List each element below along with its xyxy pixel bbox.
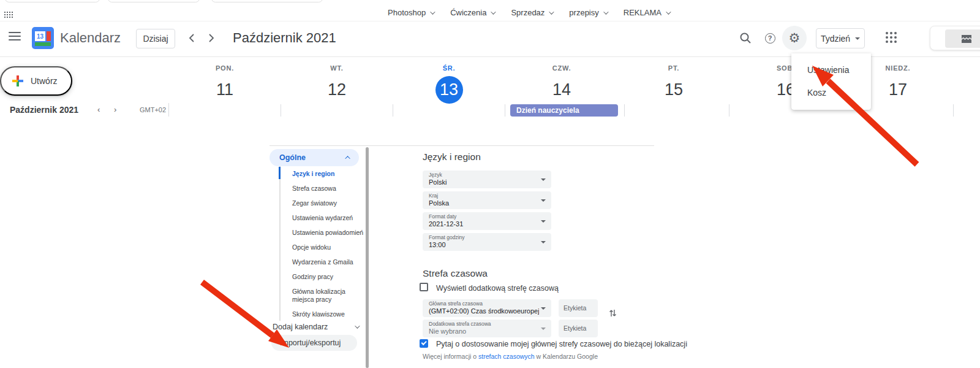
country-select[interactable]: Kraj Polska: [423, 191, 551, 209]
column-divider: [281, 104, 281, 117]
chevron-down-icon: [549, 9, 554, 14]
chevron-down-icon: [603, 9, 608, 14]
chevron-up-icon: [345, 156, 350, 161]
logo-day-number: 13: [35, 31, 45, 41]
settings-nav-item-view-options[interactable]: Opcje widoku: [292, 240, 364, 255]
settings-nav-item-timezone[interactable]: Strefa czasowa: [292, 181, 364, 196]
calendar-logo-icon[interactable]: 13: [32, 27, 54, 49]
settings-top-divider: [270, 145, 654, 146]
auto-adjust-timezone-label: Pytaj o dostosowanie mojej głównej stref…: [436, 340, 687, 348]
mini-next-icon[interactable]: ›: [114, 105, 116, 114]
settings-nav-item-keyboard-shortcuts[interactable]: Skróty klawiszowe: [292, 307, 364, 321]
bookmarks-apps-icon[interactable]: [4, 12, 13, 18]
language-select[interactable]: Język Polski: [423, 171, 551, 188]
primary-timezone-select[interactable]: Główna strefa czasowa (GMT+02:00) Czas ś…: [423, 299, 551, 317]
day-column-header[interactable]: WT. 12: [300, 64, 374, 104]
settings-nav-item-working-location[interactable]: Główna lokalizacja miejsca pracy: [292, 284, 364, 307]
date-format-select[interactable]: Format daty 2021-12-31: [423, 212, 551, 230]
caret-down-icon: [541, 199, 546, 202]
language-region-heading: Język i region: [423, 151, 481, 163]
settings-nav-scrollbar[interactable]: [366, 147, 369, 368]
chevron-down-icon: [491, 9, 496, 14]
primary-timezone-label-input[interactable]: Etykieta: [559, 299, 598, 317]
caret-down-icon: [855, 37, 860, 40]
day-column-header[interactable]: NIEDZ. 17: [861, 64, 935, 104]
broken-image-icon: [945, 29, 980, 48]
google-calendar-settings-screenshot: Photoshop Ćwiczenia Sprzedaz przepisy RE…: [0, 0, 980, 368]
today-circle: 13: [435, 76, 463, 104]
search-icon[interactable]: [738, 31, 753, 45]
view-selector-label: Tydzień: [821, 34, 850, 44]
day-column-header[interactable]: PON. 11: [188, 64, 262, 104]
app-name: Kalendarz: [60, 30, 121, 46]
bookmark-folder[interactable]: Sprzedaz: [511, 8, 552, 17]
settings-nav-item-notification-settings[interactable]: Ustawienia powiadomień: [292, 225, 364, 240]
column-divider: [393, 104, 393, 117]
day-column-header[interactable]: CZW. 14: [525, 64, 598, 104]
chevron-down-icon: [666, 9, 671, 14]
settings-nav-item-event-settings[interactable]: Ustawienia wydarzeń: [292, 210, 364, 225]
day-column-header[interactable]: PT. 15: [637, 64, 710, 104]
secondary-timezone-checkbox[interactable]: [420, 283, 428, 291]
timezone-label: GMT+02: [140, 106, 166, 113]
mini-prev-icon[interactable]: ‹: [97, 105, 100, 114]
timezones-link[interactable]: strefach czasowych: [478, 353, 535, 360]
settings-nav-rail: [279, 166, 281, 321]
settings-nav-import-export[interactable]: Importuj/eksportuj: [271, 335, 357, 351]
swap-timezones-icon[interactable]: [609, 308, 617, 321]
menu-item-trash[interactable]: Kosz: [791, 82, 871, 104]
timezone-heading: Strefa czasowa: [423, 268, 488, 279]
bookmark-folder[interactable]: przepisy: [569, 8, 606, 17]
caret-down-icon: [541, 241, 546, 243]
google-apps-grid-icon[interactable]: [886, 32, 897, 43]
column-divider: [953, 104, 954, 117]
settings-nav-item-gmail-events[interactable]: Wydarzenia z Gmaila: [292, 255, 364, 269]
column-divider: [729, 104, 729, 117]
page-title: Październik 2021: [233, 30, 336, 46]
bookmarks-bar: Photoshop Ćwiczenia Sprzedaz przepisy RE…: [0, 2, 980, 21]
time-format-select[interactable]: Format godziny 13:00: [423, 233, 551, 251]
event-chip[interactable]: Dzień nauczyciela: [510, 104, 618, 117]
bookmark-folder[interactable]: Photoshop: [388, 8, 434, 17]
auto-adjust-timezone-checkbox[interactable]: [420, 339, 428, 348]
create-button[interactable]: Utwórz: [0, 66, 72, 96]
caret-down-icon: [541, 178, 546, 181]
plus-icon: [12, 75, 23, 86]
settings-nav-section-general[interactable]: Ogólne: [270, 149, 359, 166]
secondary-timezone-select[interactable]: Dodatkowa strefa czasowa Nie wybrano: [423, 320, 551, 337]
settings-nav-active-indicator: [279, 167, 281, 179]
secondary-timezone-label-input[interactable]: Etykieta: [559, 320, 598, 337]
caret-down-icon: [541, 307, 546, 310]
settings-nav-list: Język i region Strefa czasowa Zegar świa…: [292, 166, 364, 321]
bookmark-folder[interactable]: REKLAMA: [624, 8, 669, 17]
chevron-down-icon: [355, 323, 360, 328]
settings-nav-add-calendar[interactable]: Dodaj kalendarz: [273, 323, 358, 331]
previous-week-icon[interactable]: [186, 32, 198, 44]
column-divider: [505, 104, 505, 117]
timezone-footer-note: Więcej informacji o strefach czasowych w…: [423, 353, 598, 360]
chevron-down-icon: [430, 9, 435, 14]
view-selector-button[interactable]: Tydzień: [816, 28, 865, 48]
menu-item-settings[interactable]: Ustawienia: [791, 59, 871, 82]
caret-down-icon: [541, 220, 546, 223]
settings-gear-icon[interactable]: ⚙: [782, 26, 807, 50]
today-button[interactable]: Dzisiaj: [136, 29, 175, 48]
secondary-timezone-checkbox-label: Wyświetl dodatkową strefę czasową: [436, 284, 559, 293]
caret-down-icon: [541, 328, 546, 330]
help-icon[interactable]: ?: [763, 31, 777, 45]
next-week-icon[interactable]: [205, 32, 217, 44]
account-avatar[interactable]: [930, 26, 980, 50]
settings-dropdown-menu: Ustawienia Kosz: [791, 53, 871, 110]
main-menu-icon[interactable]: [9, 32, 21, 40]
mini-calendar-title: Październik 2021: [10, 105, 78, 115]
column-divider: [168, 103, 169, 117]
bookmark-folder[interactable]: Ćwiczenia: [450, 8, 494, 17]
settings-nav-item-working-hours[interactable]: Godziny pracy: [292, 269, 364, 284]
settings-nav-item-language-region[interactable]: Język i region: [292, 166, 364, 181]
create-button-label: Utwórz: [31, 76, 58, 86]
column-divider: [624, 104, 625, 117]
day-column-header-today[interactable]: ŚR. 13: [412, 64, 486, 104]
settings-nav-item-world-clock[interactable]: Zegar światowy: [292, 196, 364, 210]
